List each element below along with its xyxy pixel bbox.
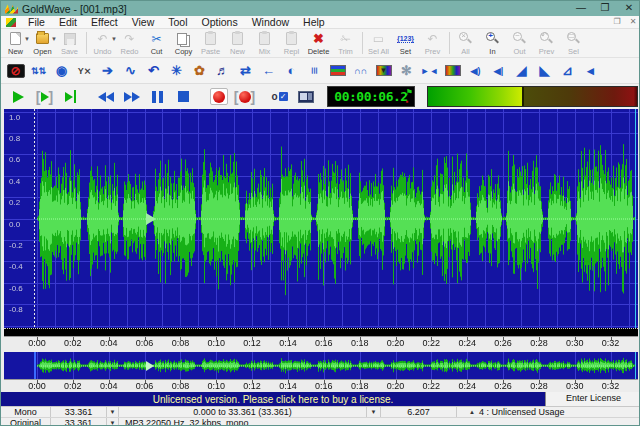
fast-forward-button[interactable] [119, 86, 144, 107]
menu-effect[interactable]: Effect [84, 16, 125, 29]
title-bar[interactable]: GoldWave - [001.mp3] — ❐ ✕ [1, 1, 640, 16]
zoom-out-icon: − [512, 31, 527, 46]
redo-button[interactable]: ↷Redo [116, 29, 143, 57]
overview-waveform[interactable] [4, 352, 638, 379]
paste-icon [205, 31, 216, 46]
crossfade-icon[interactable]: ►◄ [418, 61, 441, 81]
monitor-button[interactable] [293, 86, 318, 107]
amplitude-tick-label: -0.8 [9, 305, 23, 314]
track-length-dropdown[interactable]: ▼ [107, 418, 119, 426]
chevron-down-icon: ▼ [106, 409, 120, 415]
sel-prev-icon: ↶ [427, 31, 437, 46]
menu-view[interactable]: View [125, 16, 162, 29]
noise-reduction-icon[interactable]: ✻ [395, 61, 418, 81]
reverb-icon[interactable]: ∩∩ [349, 61, 372, 81]
level-meter-unlit [524, 87, 637, 106]
fade-edge-icon[interactable]: ⊿ [556, 61, 579, 81]
delete-button[interactable]: ✖Delete [305, 29, 332, 57]
flanger-icon[interactable]: ✳ [165, 61, 188, 81]
play-button[interactable] [6, 86, 31, 107]
menu-window[interactable]: Window [245, 16, 296, 29]
chevron-up-icon[interactable]: ▲ [465, 409, 479, 415]
overview-playhead-marker[interactable] [146, 361, 154, 371]
exchange-icon[interactable]: ⇄ [234, 61, 257, 81]
play-selection-button[interactable]: [] [32, 86, 57, 107]
window-title: GoldWave - [001.mp3] [22, 3, 127, 15]
repl-button[interactable]: Repl [278, 29, 305, 57]
undo-button[interactable]: ↶▼Undo [89, 29, 116, 57]
cut-button[interactable]: ✂Cut [143, 29, 170, 57]
new-button[interactable]: New [224, 29, 251, 57]
mixer-icon[interactable]: ▼ [372, 61, 395, 81]
shape-volume-icon[interactable]: ⇅⇅ [27, 61, 50, 81]
reverse-icon[interactable]: ↶ [142, 61, 165, 81]
fade-out-icon[interactable]: ◣ [533, 61, 556, 81]
timewarp-icon[interactable]: ← [257, 61, 280, 81]
censor-icon[interactable]: ⊘ [4, 61, 27, 81]
stop-button[interactable] [171, 86, 196, 107]
waveform-panel: 1.00.80.60.40.20.0-0.2-0.4-0.6-0.8 [4, 109, 638, 328]
dynamics-icon[interactable]: ◐ [280, 61, 303, 81]
save-button[interactable]: Save [56, 29, 83, 57]
out-button[interactable]: −Out [506, 29, 533, 57]
spectrogram-icon[interactable] [441, 61, 464, 81]
copy-button[interactable]: Copy [170, 29, 197, 57]
mix-button[interactable]: Mix [251, 29, 278, 57]
document-icon[interactable] [6, 18, 16, 27]
paste-button[interactable]: Paste [197, 29, 224, 57]
mdi-close-icon[interactable]: ✕ [625, 16, 640, 28]
open-button[interactable]: ▼Open [29, 29, 56, 57]
length-dropdown[interactable]: ▼ [107, 407, 119, 417]
spectrum-filter-icon[interactable] [326, 61, 349, 81]
minimize-icon[interactable]: — [569, 1, 593, 16]
record-selection-button[interactable]: [] [232, 86, 257, 107]
format-info: MP3 22050 Hz, 32 kbps, mono [119, 418, 640, 426]
pause-button[interactable] [145, 86, 170, 107]
interpolate-icon[interactable]: ♬ [211, 61, 234, 81]
sel-all-button[interactable]: ▭Sel All [365, 29, 392, 57]
set-button[interactable]: {123}Set [392, 29, 419, 57]
zoom-all-icon: × [458, 31, 473, 46]
mechanize-icon[interactable]: ✿ [188, 61, 211, 81]
equalizer-icon[interactable]: ≡ [303, 61, 326, 81]
playhead-marker[interactable] [146, 213, 156, 225]
offset-icon[interactable]: ➔ [96, 61, 119, 81]
license-message[interactable]: Unlicensed version. Please click here to… [1, 394, 545, 405]
expression-icon[interactable]: Y⨯ [73, 61, 96, 81]
play-to-end-button[interactable] [58, 86, 83, 107]
fade-in-icon[interactable]: ◢ [510, 61, 533, 81]
menu-edit[interactable]: Edit [52, 16, 84, 29]
waveform-display[interactable] [4, 109, 638, 328]
doppler-icon[interactable]: ∿ [119, 61, 142, 81]
volume-fader-icon[interactable]: ◀| [487, 61, 510, 81]
close-icon[interactable]: ✕ [617, 1, 640, 16]
record-button[interactable] [206, 86, 231, 107]
time-tick-label: 0:20 [387, 381, 405, 391]
license-bar[interactable]: Unlicensed version. Please click here to… [1, 392, 640, 406]
prev-button[interactable]: ↶Prev [419, 29, 446, 57]
selection-dropdown[interactable]: ▼ [367, 407, 381, 417]
menu-tool[interactable]: Tool [161, 16, 194, 29]
trim-button[interactable]: ✁Trim [332, 29, 359, 57]
mdi-restore-icon[interactable]: ❐ [609, 16, 625, 28]
position-value: 6.207 [381, 407, 457, 417]
maximize-icon[interactable]: ❐ [593, 1, 617, 16]
speaker-icon[interactable]: ◀) [464, 61, 487, 81]
menu-file[interactable]: File [21, 16, 52, 29]
time-tick-label: 0:30 [566, 381, 584, 391]
all-button[interactable]: ×All [452, 29, 479, 57]
clipped-edge-icon[interactable]: ◂ [579, 61, 602, 81]
pitch-icon[interactable]: ◉ [50, 61, 73, 81]
enter-license-button[interactable]: Enter License [545, 392, 640, 406]
new-button[interactable]: ▼New [2, 29, 29, 57]
rewind-button[interactable] [93, 86, 118, 107]
zoom-in-icon: + [485, 31, 500, 46]
prev-button[interactable]: ↶Prev [533, 29, 560, 57]
menu-help[interactable]: Help [296, 16, 332, 29]
record-flag-icon: ▪ [406, 97, 413, 106]
in-button[interactable]: +In [479, 29, 506, 57]
menu-options[interactable]: Options [195, 16, 245, 29]
record-options-button[interactable]: o✓ [267, 86, 292, 107]
timeline-tick-strip [4, 328, 638, 336]
sel-button[interactable]: ▭Sel [560, 29, 587, 57]
